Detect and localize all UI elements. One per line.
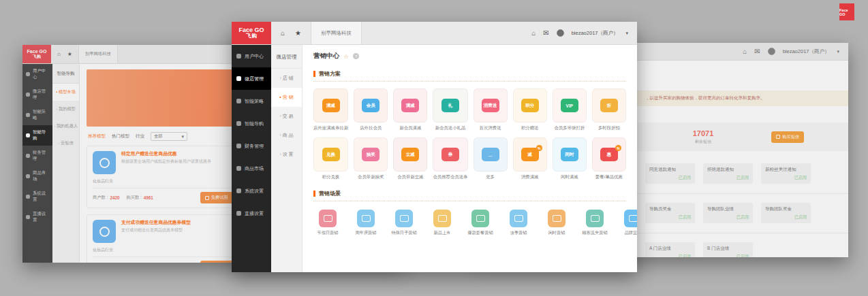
marketing-scene-item[interactable]: 周年庆营销 xyxy=(352,210,380,236)
marketing-plan-item[interactable]: 消费送 首次消费送 xyxy=(474,88,508,131)
home-icon[interactable]: ⌂ xyxy=(57,51,61,57)
sidebar-item[interactable]: 系统设置 xyxy=(232,180,271,202)
sidebar-item[interactable]: 用户中心 xyxy=(232,45,271,67)
marketing-plan-item[interactable]: 减 % 消费满减 xyxy=(513,137,547,180)
plan-card[interactable]: 满减 xyxy=(313,88,348,122)
marketing-plan-item[interactable]: 满减 新会员满减 xyxy=(393,88,427,131)
plan-card[interactable]: … xyxy=(474,137,508,171)
plan-card[interactable]: VIP xyxy=(553,88,587,122)
marketing-scene-item[interactable]: 节假日营销 xyxy=(313,210,342,236)
workspace-tab[interactable]: 别早网络科技 xyxy=(78,45,118,63)
submenu-item[interactable]: 我的机器人 xyxy=(52,118,79,135)
favorite-star-icon[interactable]: ★ xyxy=(295,29,301,37)
submenu-item[interactable]: 交 易 xyxy=(271,107,302,126)
username[interactable]: biezao2017（商户） xyxy=(572,30,619,37)
model-title[interactable]: 支付成功赠送任意商品优惠券模型 xyxy=(121,220,191,226)
sidebar-item[interactable]: 用户中心 xyxy=(22,64,52,84)
marketing-plan-item[interactable]: 惠 % 套餐/单品优惠 xyxy=(592,137,626,180)
marketing-scene-item[interactable]: 爆款套餐营销 xyxy=(466,210,495,236)
marketing-plan-item[interactable]: 券 会员推荐会员送券 xyxy=(433,137,467,180)
template-card[interactable]: 新粉丝关注通知 已启用 xyxy=(761,163,811,184)
marketing-scene-item[interactable]: 闲时营销 xyxy=(542,210,571,236)
model-card[interactable]: 特定用户赠送任意商品优惠 根据设置全场用户或指定分类标签用户设置优惠券 化妆品行… xyxy=(87,146,239,208)
template-card[interactable]: A 门店业绩 已启用 xyxy=(645,242,695,257)
sidebar-item[interactable]: 商品市场 xyxy=(22,166,52,186)
sidebar-item[interactable]: 微店管理 xyxy=(22,84,52,105)
plan-card[interactable]: 券 xyxy=(433,137,467,171)
marketing-scene-item[interactable]: 特殊日子营销 xyxy=(390,210,418,236)
chevron-down-icon[interactable]: ▾ xyxy=(625,31,628,36)
plan-card[interactable]: 减 % xyxy=(513,137,547,171)
home-icon[interactable]: ⌂ xyxy=(743,48,747,55)
marketing-plan-item[interactable]: 闲时 闲时满减 xyxy=(553,137,587,180)
plan-card[interactable]: 惠 % xyxy=(592,137,626,171)
submenu-item[interactable]: 设 置 xyxy=(271,145,302,164)
marketing-plan-item[interactable]: 积分 积分赠送 xyxy=(513,88,547,131)
template-card[interactable]: 同意退款通知 已启用 xyxy=(645,163,695,184)
sidebar-item[interactable]: 财务管理 xyxy=(22,146,52,166)
marketing-plan-item[interactable]: 礼 新会员送小礼品 xyxy=(433,88,467,131)
workspace-tab[interactable]: 别早网络科技 xyxy=(311,22,362,44)
username[interactable]: biezao2017（商户） xyxy=(783,48,830,55)
template-card[interactable]: 导购员奖金 已启用 xyxy=(645,203,695,223)
avatar[interactable] xyxy=(557,29,564,37)
scene-icon[interactable] xyxy=(433,210,451,227)
template-card[interactable]: 拒绝退款通知 已启用 xyxy=(703,163,753,184)
marketing-plan-item[interactable]: VIP 会员多等级打折 xyxy=(553,88,587,131)
submenu-item[interactable]: 营 销 xyxy=(271,88,302,107)
marketing-plan-item[interactable]: 立减 会员带新立减 xyxy=(393,137,427,180)
avatar[interactable] xyxy=(768,48,775,55)
home-icon[interactable]: ⌂ xyxy=(281,29,285,37)
mail-icon[interactable]: ✉ xyxy=(543,29,548,37)
free-trial-button[interactable]: 免费试用 xyxy=(200,261,233,263)
filter-popular[interactable]: 热门模型 xyxy=(112,133,129,139)
sidebar-item[interactable]: 微店管理 xyxy=(232,67,271,90)
home-icon[interactable]: ⌂ xyxy=(531,29,536,37)
marketing-scene-item[interactable]: 品牌宣传 xyxy=(619,210,637,236)
plan-card[interactable]: 立减 xyxy=(393,137,427,171)
scene-icon[interactable] xyxy=(319,210,337,227)
plan-card[interactable]: 兑换 xyxy=(313,137,348,171)
scene-icon[interactable] xyxy=(357,210,375,227)
marketing-plan-item[interactable]: 满减 店外派满减券拉新 xyxy=(313,88,348,131)
free-trial-button[interactable]: 免费试用 xyxy=(200,192,233,203)
scene-icon[interactable] xyxy=(395,210,413,227)
sidebar-item[interactable]: 直播设置 xyxy=(232,202,271,225)
plan-card[interactable]: 闲时 xyxy=(553,137,587,171)
filter-recommended[interactable]: 推荐模型 xyxy=(88,133,106,139)
plan-card[interactable]: 折 xyxy=(592,88,626,122)
submenu-item[interactable]: 店 铺 xyxy=(271,69,302,88)
scene-icon[interactable] xyxy=(586,210,604,227)
sidebar-item[interactable]: 系统设置 xyxy=(22,186,52,207)
plan-card[interactable]: 抽奖 xyxy=(354,137,388,171)
industry-select[interactable]: 全部 ▾ xyxy=(151,132,187,141)
submenu-item[interactable]: 商 品 xyxy=(271,126,302,145)
sidebar-item[interactable]: 智能导购 xyxy=(232,112,271,135)
plan-card[interactable]: 会员 xyxy=(354,88,388,122)
plan-card[interactable]: 满减 xyxy=(393,88,427,122)
chevron-down-icon[interactable]: ▾ xyxy=(837,49,839,54)
sidebar-item[interactable]: 智能导购 xyxy=(22,125,52,146)
marketing-scene-item[interactable]: 新品上市 xyxy=(428,210,456,236)
model-title[interactable]: 特定用户赠送任意商品优惠 xyxy=(121,151,211,157)
help-icon[interactable]: ? xyxy=(353,53,359,59)
sidebar-item[interactable]: 智能策略 xyxy=(232,90,271,112)
mail-icon[interactable]: ✉ xyxy=(754,48,760,55)
model-card[interactable]: 支付成功赠送任意商品优惠券模型 支付成功赠送任意商品优惠券模型 化妆品行业 商户… xyxy=(87,214,239,263)
scene-icon[interactable] xyxy=(548,210,565,227)
plan-card[interactable]: 积分 xyxy=(513,88,547,122)
template-card[interactable]: 导购团队业绩 已启用 xyxy=(703,203,753,223)
template-card[interactable]: B 门店业绩 已启用 xyxy=(703,242,753,257)
marketing-plan-item[interactable]: 抽奖 会员带新抽奖 xyxy=(354,137,388,180)
marketing-plan-item[interactable]: 折 多时段折扣 xyxy=(592,88,626,131)
favorite-star-icon[interactable]: ☆ xyxy=(343,53,349,60)
scene-icon[interactable] xyxy=(624,210,637,227)
template-card[interactable]: 导购团队奖金 已启用 xyxy=(761,203,811,223)
marketing-plan-item[interactable]: 兑换 积分兑换 xyxy=(313,137,348,180)
submenu-item[interactable]: 我的模型 xyxy=(52,101,79,118)
scene-icon[interactable] xyxy=(510,210,527,227)
buy-sms-button[interactable]: 购买短信 xyxy=(771,131,804,143)
sidebar-item[interactable]: 财务管理 xyxy=(232,135,271,157)
submenu-item[interactable]: 云短信 xyxy=(52,135,79,152)
plan-card[interactable]: 礼 xyxy=(433,88,467,122)
